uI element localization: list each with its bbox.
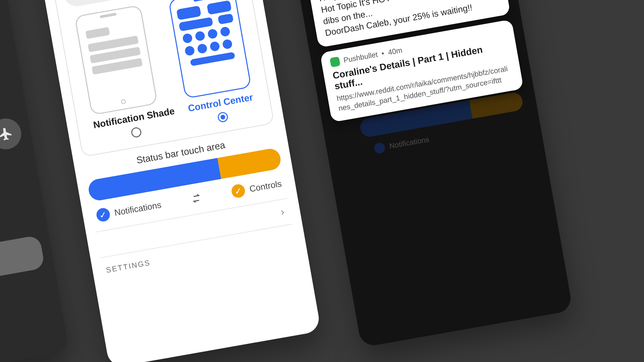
option-notification-shade[interactable]: Notification Shade [74, 2, 178, 144]
legend-notifications: Notifications [113, 199, 162, 218]
swap-icon[interactable] [190, 192, 203, 205]
option-control-center[interactable]: Control Center [168, 0, 257, 128]
chevron-right-icon [278, 208, 287, 217]
notif-meta: 40m [387, 46, 403, 57]
radio-checked[interactable] [217, 111, 229, 123]
mode-card: Running Notification Shade [51, 0, 274, 157]
phone-mi-control-app: Mi Contr Running Notification Shade [34, 0, 321, 362]
radio-unchecked[interactable] [130, 126, 142, 138]
notif-app: Pushbullet [343, 50, 378, 65]
brightness-slider[interactable] [0, 235, 45, 302]
legend-controls: Controls [249, 178, 282, 194]
check-icon: ✓ [95, 207, 111, 223]
pushbullet-icon [330, 57, 340, 67]
toggle-airplane[interactable] [0, 116, 24, 152]
check-icon: ✓ [230, 183, 246, 199]
phone-notifications: Notification Shade Control C Status bar … [286, 0, 573, 348]
